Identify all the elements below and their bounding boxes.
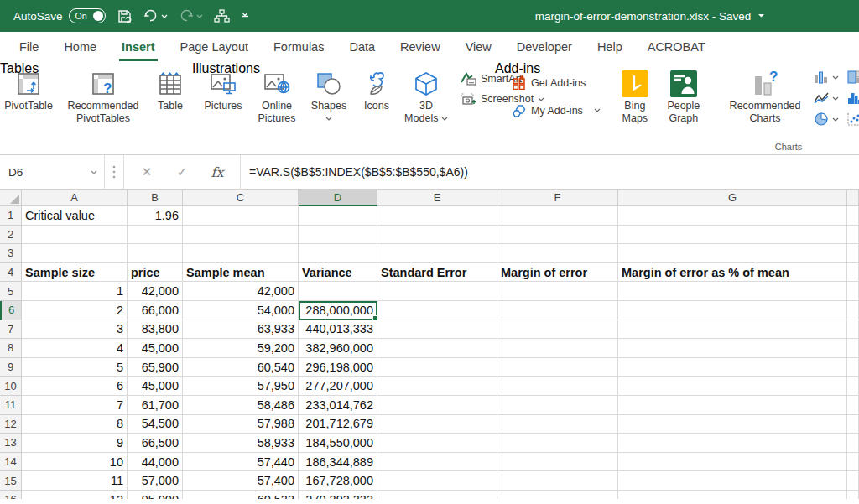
customize-qat-chevron-icon[interactable] [241, 13, 249, 19]
cell-A1[interactable]: Critical value [22, 206, 128, 226]
cell[interactable] [847, 358, 859, 377]
cell[interactable] [847, 491, 859, 499]
cell[interactable] [847, 377, 859, 396]
column-header-E[interactable]: E [377, 190, 497, 206]
cell-C16[interactable]: 60,533 [183, 491, 299, 499]
row-header-7[interactable]: 7 [0, 320, 22, 340]
cell[interactable] [847, 263, 859, 283]
cell-C10[interactable]: 57,950 [183, 377, 299, 396]
tab-review[interactable]: Review [389, 32, 451, 61]
cell-F5[interactable] [497, 282, 618, 301]
cell-F4[interactable]: Margin of error [497, 263, 618, 283]
line-chart-button[interactable] [814, 91, 839, 105]
scatter-chart-button[interactable] [847, 112, 859, 126]
cell-A14[interactable]: 10 [22, 453, 128, 472]
cell-G14[interactable] [618, 453, 847, 472]
cell-F1[interactable] [497, 206, 618, 226]
cell-F3[interactable] [497, 244, 618, 263]
cell-G1[interactable] [618, 206, 847, 226]
insert-function-icon[interactable]: fx [200, 164, 235, 180]
cell-C11[interactable]: 58,486 [183, 396, 299, 415]
cell-D12[interactable]: 201,712,679 [299, 415, 377, 434]
cell-E2[interactable] [377, 226, 497, 245]
row-header-2[interactable]: 2 [0, 226, 22, 245]
cell-D15[interactable]: 167,728,000 [299, 471, 377, 491]
cell-A3[interactable] [22, 244, 128, 263]
cell-C13[interactable]: 58,933 [183, 434, 299, 453]
cell[interactable] [847, 434, 859, 453]
cell-B10[interactable]: 45,000 [128, 377, 183, 396]
cell[interactable] [847, 453, 859, 472]
cell-B16[interactable]: 95,000 [128, 491, 183, 499]
cell-D1[interactable] [299, 206, 377, 226]
cell-G10[interactable] [618, 377, 847, 396]
cell-C7[interactable]: 63,933 [183, 320, 299, 340]
cell-D13[interactable]: 184,550,000 [299, 434, 377, 453]
cell-E13[interactable] [377, 434, 497, 453]
cell-F13[interactable] [497, 434, 618, 453]
recommended-charts-button[interactable]: ? Recommended Charts [722, 65, 808, 127]
row-header-11[interactable]: 11 [0, 396, 22, 415]
selected-cell-D6[interactable]: 288,000,000 [299, 301, 377, 320]
row-header-12[interactable]: 12 [0, 415, 22, 434]
cell-C6[interactable]: 54,000 [183, 301, 299, 320]
cell-E1[interactable] [377, 206, 497, 226]
cell-E8[interactable] [377, 339, 497, 358]
column-header-D[interactable]: D [299, 190, 377, 206]
column-header-A[interactable]: A [22, 190, 128, 206]
cell-D8[interactable]: 382,960,000 [299, 339, 377, 358]
row-header-10[interactable]: 10 [0, 377, 22, 396]
cell-F8[interactable] [497, 339, 618, 358]
row-header-6[interactable]: 6 [0, 301, 22, 320]
cell-F16[interactable] [497, 491, 618, 499]
row-header-13[interactable]: 13 [0, 434, 22, 453]
cell-G16[interactable] [618, 491, 847, 499]
cell-E12[interactable] [377, 415, 497, 434]
cell-A9[interactable]: 5 [22, 358, 128, 377]
cell-E11[interactable] [377, 396, 497, 415]
cell-G2[interactable] [618, 226, 847, 245]
tab-help[interactable]: Help [586, 32, 633, 61]
cell-A13[interactable]: 9 [22, 434, 128, 453]
cell-A11[interactable]: 7 [22, 396, 128, 415]
cell-A16[interactable]: 12 [22, 491, 128, 499]
cell-C5[interactable]: 42,000 [183, 282, 299, 301]
cell-A15[interactable]: 11 [22, 471, 128, 491]
tab-developer[interactable]: Developer [506, 32, 583, 61]
column-header-C[interactable]: C [183, 190, 299, 206]
hierarchy-icon[interactable] [214, 9, 230, 23]
cell-E9[interactable] [377, 358, 497, 377]
cell-B4[interactable]: price [128, 263, 183, 283]
cell-G8[interactable] [618, 339, 847, 358]
cell[interactable] [847, 396, 859, 415]
cell-B1[interactable]: 1.96 [128, 206, 183, 226]
cell-E7[interactable] [377, 320, 497, 340]
column-header-G[interactable]: G [618, 190, 847, 206]
cell-C4[interactable]: Sample mean [183, 263, 299, 283]
row-header-3[interactable]: 3 [0, 244, 22, 263]
cell-C12[interactable]: 57,988 [183, 415, 299, 434]
cell[interactable] [847, 244, 859, 263]
cell-A6[interactable]: 2 [22, 301, 128, 320]
cell-F10[interactable] [497, 377, 618, 396]
cell-C8[interactable]: 59,200 [183, 339, 299, 358]
autosave-toggle[interactable]: On [69, 8, 106, 23]
cell-A12[interactable]: 8 [22, 415, 128, 434]
cell-F7[interactable] [497, 320, 618, 340]
statistic-chart-button[interactable] [847, 91, 859, 105]
cell-G11[interactable] [618, 396, 847, 415]
cell[interactable] [847, 301, 859, 320]
formula-bar-drag-dots[interactable] [105, 155, 123, 189]
cell-F11[interactable] [497, 396, 618, 415]
cell-C9[interactable]: 60,540 [183, 358, 299, 377]
cell-G5[interactable] [618, 282, 847, 301]
cell-F9[interactable] [497, 358, 618, 377]
row-header-8[interactable]: 8 [0, 339, 22, 358]
column-header-F[interactable]: F [497, 190, 618, 206]
cell-F2[interactable] [497, 226, 618, 245]
get-addins-button[interactable]: Get Add-ins [512, 75, 601, 90]
cell-A4[interactable]: Sample size [22, 263, 128, 283]
name-box[interactable]: D6 [0, 155, 105, 189]
cell-B2[interactable] [128, 226, 183, 245]
row-header-15[interactable]: 15 [0, 471, 22, 491]
